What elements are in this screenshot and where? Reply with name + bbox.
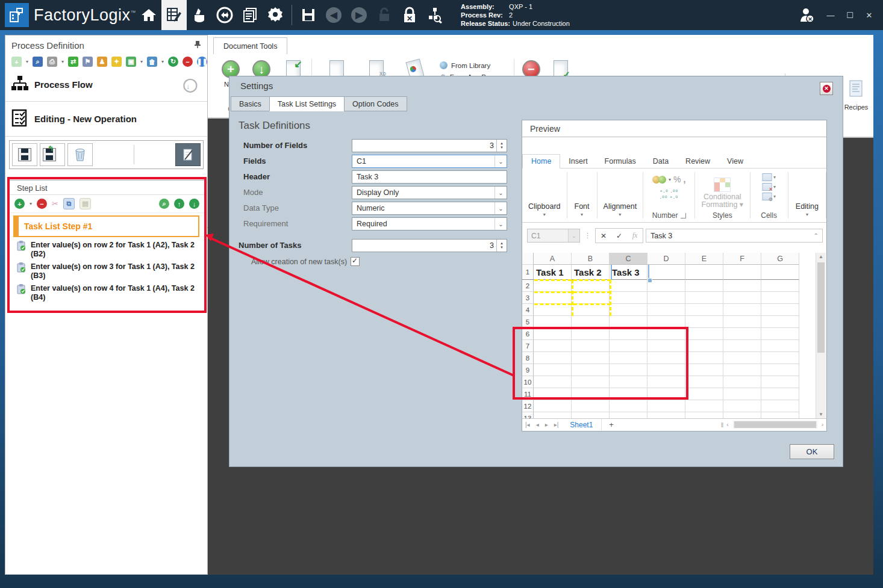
header-field[interactable] bbox=[352, 170, 507, 184]
cell-D2[interactable] bbox=[647, 280, 685, 292]
fields-combobox[interactable]: C1⌄ bbox=[352, 155, 507, 168]
row-header-8[interactable]: 8 bbox=[522, 352, 534, 364]
cell-E2[interactable] bbox=[685, 280, 723, 292]
step-item[interactable]: Enter value(s) on row 4 for Task 1 (A4),… bbox=[10, 282, 204, 303]
cell-F4[interactable] bbox=[723, 304, 761, 316]
cell-C8[interactable] bbox=[610, 352, 647, 364]
cell-E5[interactable] bbox=[685, 316, 723, 328]
tab-home[interactable]: Home bbox=[522, 154, 560, 169]
save-icon[interactable] bbox=[296, 0, 321, 30]
column-header-B[interactable]: B bbox=[572, 253, 610, 265]
percent-icon[interactable]: % bbox=[673, 175, 681, 184]
sheet-grid[interactable]: ABCDEFG1Task 1Task 2Task 323456789101112… bbox=[522, 253, 826, 419]
column-header-A[interactable]: A bbox=[534, 253, 572, 265]
redo-icon[interactable]: ▶ bbox=[346, 0, 372, 30]
trash-icon[interactable]: 🗑 bbox=[147, 57, 157, 67]
conditional-formatting-button[interactable]: ConditionalFormatting ▾ Styles bbox=[695, 169, 749, 222]
cell-B2[interactable] bbox=[572, 280, 610, 292]
add-sheet-button[interactable]: + bbox=[602, 420, 621, 429]
minimize-button[interactable]: — bbox=[823, 7, 838, 23]
chevron-down-icon[interactable]: ⌄ bbox=[495, 202, 507, 214]
cell-C10[interactable] bbox=[610, 376, 647, 388]
tab-view[interactable]: View bbox=[719, 155, 752, 168]
cell-E11[interactable] bbox=[685, 388, 723, 400]
cell-A10[interactable] bbox=[534, 376, 572, 388]
cell-G9[interactable] bbox=[761, 364, 799, 376]
dialog-close-button[interactable]: ✕ bbox=[820, 82, 833, 95]
cell-E4[interactable] bbox=[685, 304, 723, 316]
cell-A8[interactable] bbox=[534, 352, 572, 364]
lock-discard-icon[interactable]: ✕ bbox=[397, 0, 422, 30]
cell-B11[interactable] bbox=[572, 388, 610, 400]
cell-A1[interactable]: Task 1 bbox=[534, 265, 572, 280]
copy-icon[interactable]: ⧉ bbox=[63, 198, 75, 209]
cell-E9[interactable] bbox=[685, 364, 723, 376]
row-header-10[interactable]: 10 bbox=[522, 376, 534, 388]
remove-step-icon[interactable]: − bbox=[37, 199, 47, 209]
cell-A12[interactable] bbox=[534, 400, 572, 412]
selected-step[interactable]: Task List Step #1 ⌄ bbox=[13, 215, 199, 237]
scroll-right-icon[interactable]: › bbox=[819, 421, 826, 428]
share-folder-icon[interactable]: ▣ bbox=[126, 57, 136, 67]
scroll-down-icon[interactable]: ▼ bbox=[816, 410, 826, 419]
close-button[interactable]: ✕ bbox=[861, 7, 877, 23]
column-header-E[interactable]: E bbox=[685, 253, 723, 265]
comma-icon[interactable]: , bbox=[683, 175, 685, 184]
cell-F10[interactable] bbox=[723, 376, 761, 388]
vertical-scrollbar[interactable]: ▲ ▼ bbox=[816, 253, 826, 419]
pause-icon[interactable]: ❚❚ bbox=[197, 57, 207, 67]
cell-D4[interactable] bbox=[647, 304, 685, 316]
move-down-icon[interactable]: ↓ bbox=[189, 199, 199, 209]
currency-dropdown-icon[interactable]: ▾ bbox=[669, 177, 671, 182]
cell-E8[interactable] bbox=[685, 352, 723, 364]
tab-data[interactable]: Data bbox=[644, 155, 677, 168]
sheet-tab-sheet1[interactable]: Sheet1 bbox=[561, 419, 602, 430]
cell-E3[interactable] bbox=[685, 292, 723, 304]
maximize-button[interactable]: ☐ bbox=[842, 7, 858, 23]
tab-basics[interactable]: Basics bbox=[231, 96, 270, 111]
settings-gear-icon[interactable] bbox=[263, 0, 288, 30]
cell-A3[interactable] bbox=[534, 292, 572, 304]
allow-new-tasks-checkbox[interactable] bbox=[351, 257, 360, 266]
cell-G3[interactable] bbox=[761, 292, 799, 304]
cell-C3[interactable] bbox=[610, 292, 647, 304]
cell-B3[interactable] bbox=[572, 292, 610, 304]
add-step-icon[interactable]: + bbox=[14, 199, 25, 209]
cell-D7[interactable] bbox=[647, 340, 685, 352]
cell-F8[interactable] bbox=[723, 352, 761, 364]
cell-E10[interactable] bbox=[685, 376, 723, 388]
documents-icon[interactable] bbox=[237, 0, 263, 30]
pin-icon[interactable] bbox=[194, 40, 201, 51]
print-dropdown-icon[interactable]: ▾ bbox=[61, 59, 64, 64]
cell-B12[interactable] bbox=[572, 400, 610, 412]
cell-E12[interactable] bbox=[685, 400, 723, 412]
delete-cells-icon[interactable]: ✕▾ bbox=[762, 183, 776, 191]
row-header-7[interactable]: 7 bbox=[522, 340, 534, 352]
collapse-formula-bar-icon[interactable]: ⌃ bbox=[814, 232, 822, 239]
row-header-1[interactable]: 1 bbox=[522, 265, 534, 280]
cell-G11[interactable] bbox=[761, 388, 799, 400]
name-box[interactable]: C1⌄ bbox=[527, 229, 580, 243]
cell-B7[interactable] bbox=[572, 340, 610, 352]
formula-input[interactable]: Task 3 ⌃ bbox=[646, 229, 823, 243]
refresh-icon[interactable]: ↻ bbox=[168, 57, 178, 67]
row-header-2[interactable]: 2 bbox=[522, 280, 534, 292]
chevron-down-icon[interactable]: ⌄ bbox=[495, 155, 507, 167]
scroll-left-icon[interactable]: ‹ bbox=[723, 421, 731, 428]
tab-formulas[interactable]: Formulas bbox=[596, 155, 644, 168]
step-item[interactable]: Enter value(s) on row 2 for Task 1 (A2),… bbox=[10, 238, 204, 260]
row-header-11[interactable]: 11 bbox=[522, 388, 534, 400]
insert-cells-icon[interactable]: ▾ bbox=[762, 173, 776, 181]
cell-G7[interactable] bbox=[761, 340, 799, 352]
cell-C12[interactable] bbox=[610, 400, 647, 412]
cell-B5[interactable] bbox=[572, 316, 610, 328]
cell-F2[interactable] bbox=[723, 280, 761, 292]
cell-C9[interactable] bbox=[610, 364, 647, 376]
cell-B6[interactable] bbox=[572, 328, 610, 340]
cell-F12[interactable] bbox=[723, 400, 761, 412]
cell-E7[interactable] bbox=[685, 340, 723, 352]
production-icon[interactable] bbox=[187, 0, 212, 30]
paste-icon[interactable]: ▤ bbox=[80, 198, 91, 209]
confirm-entry-icon[interactable]: ✓ bbox=[611, 232, 627, 240]
edit-notes-button[interactable] bbox=[175, 143, 201, 166]
